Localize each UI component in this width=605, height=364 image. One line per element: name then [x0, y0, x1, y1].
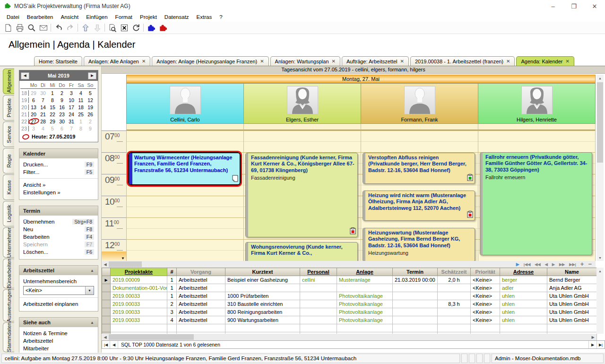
scroll-right-icon[interactable]: ▶: [589, 334, 596, 340]
column-header-adresse[interactable]: Adresse: [500, 268, 547, 276]
appointment[interactable]: Verstopften Abfluss reinigen (Privatkund…: [363, 153, 475, 184]
calendar-day[interactable]: 3: [29, 126, 38, 131]
collapse-icon[interactable]: ▲: [90, 269, 94, 273]
calendar-day[interactable]: 1: [76, 119, 86, 124]
calendar-day[interactable]: 5: [86, 90, 95, 96]
cell-personal[interactable]: [300, 324, 337, 332]
menu-item-einfgen[interactable]: Einfügen: [82, 13, 111, 21]
tab-close-icon[interactable]: ✕: [260, 59, 264, 64]
calendar-day[interactable]: 11: [76, 97, 86, 103]
calendar-prev-month-button[interactable]: ◀: [21, 72, 29, 79]
cell-vorgang[interactable]: Arbeitszettel: [177, 284, 225, 292]
print-preview-icon[interactable]: [26, 22, 37, 33]
cell-#[interactable]: 3: [167, 308, 177, 316]
person-header-formann[interactable]: Formann, Frank: [361, 83, 478, 124]
close-button[interactable]: ✕: [584, 0, 605, 12]
cell-personal[interactable]: [300, 292, 337, 300]
module-tab-regie[interactable]: Regie: [3, 148, 14, 173]
calendar-day[interactable]: 4: [38, 126, 48, 131]
cell-kurztext[interactable]: 310 Baustelle einrichten: [225, 300, 300, 308]
cell-personal[interactable]: [300, 316, 337, 324]
report-icon[interactable]: [106, 22, 118, 33]
allday-cell[interactable]: [126, 124, 244, 130]
cell-anlage[interactable]: Photovoltaikanlage: [337, 316, 393, 324]
cell-projektakte[interactable]: 2019.00009: [111, 276, 167, 284]
scrollbar-thumb[interactable]: [109, 261, 142, 267]
person-header-elgers[interactable]: Elgers, Esther: [244, 83, 361, 124]
column-header-priorität[interactable]: Priorität: [471, 268, 500, 276]
calendar-day[interactable]: 29: [29, 90, 38, 96]
tab-home-startseite[interactable]: Home: Startseite: [34, 56, 82, 66]
panel-header-siehe-auch[interactable]: Siehe auch▲: [19, 318, 98, 327]
cell-anlage[interactable]: Musteranlage: [337, 276, 393, 284]
calendar-day[interactable]: 22: [48, 112, 57, 117]
excel-export-icon[interactable]: [118, 22, 130, 33]
cell-name[interactable]: Uta Uhlen GmbH: [547, 308, 597, 316]
cell-anlage[interactable]: [337, 324, 393, 332]
calendar-horizontal-scrollbar[interactable]: ◀ ▶|◀◀◀◀◀▶▶▶▶▶|+−: [102, 261, 596, 268]
module-tab-projekte[interactable]: Projekte: [3, 95, 14, 121]
scroll-up-icon[interactable]: ▲: [596, 268, 604, 274]
cell-termin[interactable]: [393, 324, 438, 332]
calendar-day[interactable]: 3: [67, 90, 76, 96]
move-up-icon[interactable]: [79, 22, 91, 33]
cell-personal[interactable]: [300, 300, 337, 308]
person-header-hilgers[interactable]: Hilgers, Henriette: [478, 83, 596, 124]
module-tab-allgemein[interactable]: Allgemein: [3, 69, 14, 94]
allday-cell[interactable]: [244, 124, 361, 130]
cell-adresse[interactable]: uhlen: [500, 308, 547, 316]
row-selector[interactable]: [102, 308, 111, 316]
cell-kurztext[interactable]: [225, 324, 300, 332]
allday-cell[interactable]: [361, 124, 478, 130]
calendar-next-month-button[interactable]: ▶: [88, 72, 96, 79]
command-notizen-&-termine[interactable]: Notizen & Termine: [23, 329, 94, 337]
appointment[interactable]: Wartung Wärmecenter (Heizungsanlage Fran…: [128, 152, 241, 185]
cell-#[interactable]: 1: [167, 284, 177, 292]
tab-close-icon[interactable]: ✕: [566, 59, 570, 64]
person-header-cellini[interactable]: Cellini, Carlo: [126, 83, 244, 124]
column-header-termin[interactable]: Termin: [393, 268, 438, 276]
puzzle-red-icon[interactable]: [157, 22, 169, 33]
module-tab-logistik[interactable]: Logistik: [3, 201, 14, 226]
undo-icon[interactable]: [52, 22, 64, 33]
tab-agenda-kalender[interactable]: Agenda: Kalender✕: [516, 56, 574, 66]
restore-button[interactable]: ❐: [563, 0, 584, 12]
calendar-day[interactable]: 7: [67, 126, 76, 131]
cell-schätzzeit[interactable]: [438, 308, 471, 316]
mini-calendar-today[interactable]: Heute: 27.05.2019: [19, 132, 98, 142]
cell-schätzzeit[interactable]: [438, 316, 471, 324]
cell-personal[interactable]: cellini: [300, 276, 337, 284]
calendar-day[interactable]: 6: [57, 126, 67, 131]
module-tab-büroarbeiten[interactable]: Büroarbeiten: [3, 259, 14, 288]
cell-priorität[interactable]: [471, 324, 500, 332]
cell-schätzzeit[interactable]: [438, 324, 471, 332]
cell-kurztext[interactable]: [225, 284, 300, 292]
tab-anlagen-alle-anlagen[interactable]: Anlagen: Alle Anlagen✕: [84, 56, 150, 66]
cell-termin[interactable]: [393, 308, 438, 316]
cell-name[interactable]: Anja Adler AG: [547, 284, 597, 292]
calendar-day-today[interactable]: 27: [29, 119, 38, 124]
cell-adresse[interactable]: [500, 324, 547, 332]
module-tab-kasse[interactable]: Kasse: [3, 174, 14, 200]
calendar-day[interactable]: 16: [57, 104, 67, 110]
calendar-day[interactable]: 6: [29, 97, 38, 103]
calendar-day[interactable]: 5: [48, 126, 57, 131]
cell-#[interactable]: 1: [167, 276, 177, 284]
cell-name[interactable]: Bernd Berger: [547, 276, 597, 284]
calendar-day[interactable]: 2: [57, 90, 67, 96]
calendar-day[interactable]: 8: [48, 97, 57, 103]
cell-projektakte[interactable]: 2019.00033: [111, 308, 167, 316]
appointment[interactable]: Fassadenreinigung (Kunde kerner, Firma K…: [245, 153, 358, 237]
calendar-day[interactable]: 15: [48, 104, 57, 110]
cell-#[interactable]: 4: [167, 316, 177, 324]
cell-adresse[interactable]: uhlen: [500, 292, 547, 300]
calendar-day[interactable]: 12: [86, 97, 95, 103]
calendar-day[interactable]: 30: [38, 90, 48, 96]
table-row[interactable]: Dokumentation-001-Vorg1Arbeitszettel<Kei…: [102, 284, 597, 292]
calendar-day[interactable]: 10: [67, 97, 76, 103]
column-header-projektakte[interactable]: Projektakte: [111, 268, 167, 276]
row-selector[interactable]: ▶: [102, 276, 111, 284]
calendar-day[interactable]: 4: [76, 90, 86, 96]
calendar-nav-1[interactable]: ◀◀: [535, 262, 540, 267]
day-column-hilgers[interactable]: Fallrohr erneuern (Privatkunde götter, F…: [478, 130, 596, 261]
